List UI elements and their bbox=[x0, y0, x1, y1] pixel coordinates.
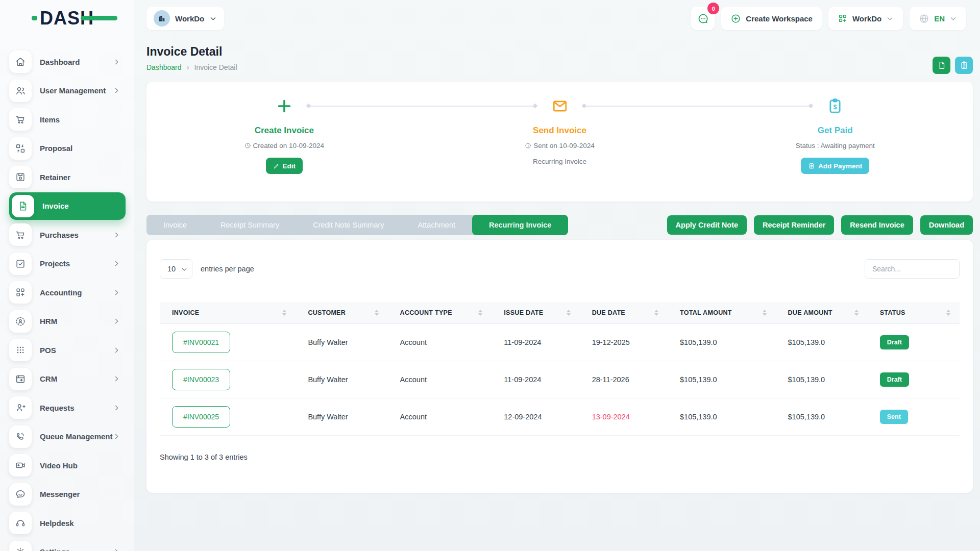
sidebar-item-hrm[interactable]: HRM bbox=[9, 310, 126, 333]
svg-text:$: $ bbox=[834, 103, 837, 111]
chevron-down-icon bbox=[209, 15, 217, 22]
sidebar-item-messenger[interactable]: Messenger bbox=[9, 483, 126, 506]
resend-invoice-button[interactable]: Resend Invoice bbox=[841, 215, 913, 235]
add-payment-button[interactable]: Add Payment bbox=[801, 158, 869, 174]
sidebar-item-crm[interactable]: CRM bbox=[9, 368, 126, 390]
file-icon bbox=[937, 61, 946, 70]
sidebar-item-label: Accounting bbox=[40, 288, 82, 297]
chevron-right-icon bbox=[113, 375, 120, 383]
logo-dot-icon bbox=[32, 16, 37, 20]
total-amount-cell: $105,139.0 bbox=[680, 375, 717, 384]
sidebar-item-label: User Management bbox=[40, 86, 106, 95]
gear-icon bbox=[9, 541, 32, 551]
column-header-customer[interactable]: CUSTOMER bbox=[296, 302, 387, 323]
search-input[interactable] bbox=[865, 259, 960, 279]
pencil-icon bbox=[273, 163, 280, 169]
sidebar-item-helpdesk[interactable]: Helpdesk bbox=[9, 512, 126, 534]
sidebar-item-video-hub[interactable]: Video Hub bbox=[9, 454, 126, 477]
apply-credit-note-button[interactable]: Apply Credit Note bbox=[667, 215, 747, 235]
invoice-number-link[interactable]: #INV00023 bbox=[172, 369, 230, 390]
sidebar-item-purchases[interactable]: Purchases bbox=[9, 223, 126, 246]
sidebar-item-accounting[interactable]: Accounting bbox=[9, 281, 126, 304]
sidebar-item-projects[interactable]: Projects bbox=[9, 253, 126, 275]
tab-invoice[interactable]: Invoice bbox=[146, 215, 204, 235]
sidebar-item-label: Settings bbox=[40, 547, 70, 551]
sidebar-item-dashboard[interactable]: Dashboard bbox=[9, 51, 126, 73]
table-row: #INV00025Buffy WalterAccount12-09-202413… bbox=[160, 398, 960, 435]
check-square-icon bbox=[9, 253, 32, 275]
sort-icon bbox=[854, 310, 859, 316]
invoice-number-link[interactable]: #INV00025 bbox=[172, 406, 230, 428]
edit-invoice-button[interactable]: Edit bbox=[266, 158, 303, 174]
breadcrumb-separator: › bbox=[187, 63, 189, 71]
workdo-menu-label: WorkDo bbox=[852, 14, 881, 23]
column-header-status[interactable]: STATUS bbox=[868, 302, 960, 323]
entries-per-page-select[interactable]: 10 bbox=[160, 259, 192, 279]
issue-date-cell: 11-09-2024 bbox=[504, 338, 541, 346]
building-icon bbox=[154, 10, 170, 27]
due-date-cell: 28-11-2026 bbox=[592, 375, 629, 384]
tab-credit-note-summary[interactable]: Credit Note Summary bbox=[296, 215, 401, 235]
step-title: Create Invoice bbox=[146, 126, 422, 136]
create-invoice-icon-button[interactable] bbox=[933, 57, 950, 74]
column-label: TOTAL AMOUNT bbox=[680, 309, 732, 316]
column-header-issue-date[interactable]: ISSUE DATE bbox=[492, 302, 579, 323]
sidebar-item-pos[interactable]: POS bbox=[9, 339, 126, 361]
phone-icon bbox=[9, 425, 32, 448]
sidebar-item-user-management[interactable]: User Management bbox=[9, 80, 126, 102]
cart-icon bbox=[9, 108, 32, 131]
column-header-due-date[interactable]: DUE DATE bbox=[580, 302, 668, 323]
sort-icon bbox=[946, 310, 950, 316]
language-selector[interactable]: EN bbox=[910, 7, 966, 30]
account-type-cell: Account bbox=[400, 375, 427, 384]
brand-logo[interactable]: DASH bbox=[0, 0, 134, 37]
step-get-paid: $ Get Paid Status : Awaiting payment Add… bbox=[697, 82, 973, 202]
sidebar-item-proposal[interactable]: Proposal bbox=[9, 137, 126, 160]
sidebar-item-requests[interactable]: Requests bbox=[9, 396, 126, 419]
chevron-down-icon bbox=[949, 15, 957, 22]
status-badge: Sent bbox=[880, 410, 908, 424]
tab-receipt-summary[interactable]: Receipt Summary bbox=[204, 215, 296, 235]
floppy-icon bbox=[9, 166, 32, 188]
chevron-right-icon bbox=[113, 289, 120, 296]
tab-attachment[interactable]: Attachment bbox=[401, 215, 472, 235]
due-amount-cell: $105,139.0 bbox=[788, 413, 825, 421]
messages-button[interactable]: 0 bbox=[691, 7, 715, 30]
workspace-switcher[interactable]: WorkDo bbox=[146, 7, 224, 30]
receipt-reminder-button[interactable]: Receipt Reminder bbox=[754, 215, 834, 235]
due-date-cell: 13-09-2024 bbox=[592, 413, 630, 421]
breadcrumb-dashboard-link[interactable]: Dashboard bbox=[146, 63, 182, 71]
column-header-total-amount[interactable]: TOTAL AMOUNT bbox=[668, 302, 776, 323]
sidebar-item-invoice[interactable]: Invoice bbox=[9, 192, 126, 220]
sort-icon bbox=[375, 310, 379, 316]
sidebar-item-items[interactable]: Items bbox=[9, 108, 126, 131]
tab-recurring-invoice[interactable]: Recurring Invoice bbox=[472, 215, 568, 235]
account-type-cell: Account bbox=[400, 338, 427, 346]
duplicate-invoice-icon-button[interactable] bbox=[955, 57, 973, 74]
messages-badge: 0 bbox=[707, 3, 719, 14]
column-header-account-type[interactable]: ACCOUNT TYPE bbox=[388, 302, 492, 323]
sidebar-item-settings[interactable]: Settings bbox=[9, 541, 126, 551]
total-amount-cell: $105,139.0 bbox=[680, 338, 717, 346]
sidebar-item-label: Messenger bbox=[40, 490, 80, 498]
create-workspace-button[interactable]: Create Workspace bbox=[721, 7, 822, 30]
sidebar-item-label: Retainer bbox=[40, 173, 70, 182]
column-label: STATUS bbox=[880, 309, 905, 316]
video-icon bbox=[9, 454, 32, 477]
column-header-invoice[interactable]: INVOICE bbox=[160, 302, 296, 323]
download-button[interactable]: Download bbox=[920, 215, 973, 235]
customer-cell: Buffy Walter bbox=[308, 338, 348, 346]
users-icon bbox=[9, 80, 32, 102]
sidebar-item-retainer[interactable]: Retainer bbox=[9, 166, 126, 188]
chat-bubble-icon bbox=[9, 483, 32, 506]
column-header-due-amount[interactable]: DUE AMOUNT bbox=[776, 302, 868, 323]
customer-cell: Buffy Walter bbox=[308, 375, 348, 384]
sidebar-item-queue-management[interactable]: Queue Management bbox=[9, 425, 126, 448]
column-label: DUE DATE bbox=[592, 309, 625, 316]
workdo-menu-button[interactable]: WorkDo bbox=[828, 7, 903, 30]
sort-icon bbox=[567, 310, 571, 316]
chevron-right-icon bbox=[113, 548, 120, 551]
issue-date-cell: 11-09-2024 bbox=[504, 375, 541, 384]
invoice-number-link[interactable]: #INV00021 bbox=[172, 332, 230, 353]
status-badge: Draft bbox=[880, 335, 909, 349]
